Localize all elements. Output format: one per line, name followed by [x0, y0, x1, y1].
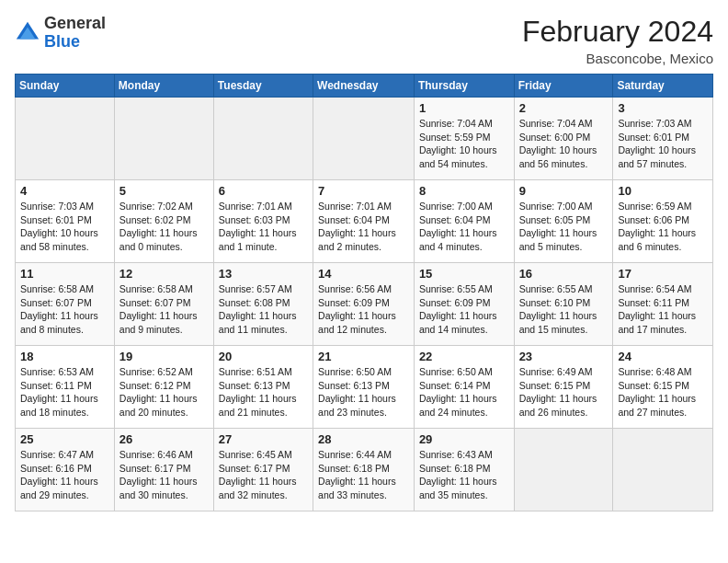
calendar-cell: 20Sunrise: 6:51 AM Sunset: 6:13 PM Dayli…: [213, 346, 313, 429]
day-info: Sunrise: 6:57 AM Sunset: 6:08 PM Dayligh…: [219, 282, 308, 337]
day-number: 10: [618, 184, 708, 198]
day-number: 6: [219, 184, 308, 198]
calendar-cell: 29Sunrise: 6:43 AM Sunset: 6:18 PM Dayli…: [414, 429, 514, 511]
day-info: Sunrise: 7:02 AM Sunset: 6:02 PM Dayligh…: [119, 200, 209, 254]
day-number: 27: [219, 432, 308, 446]
calendar-cell: 27Sunrise: 6:45 AM Sunset: 6:17 PM Dayli…: [213, 429, 313, 511]
weekday-header-saturday: Saturday: [613, 75, 713, 98]
calendar-cell: [213, 98, 313, 180]
day-info: Sunrise: 7:04 AM Sunset: 6:00 PM Dayligh…: [519, 117, 609, 171]
day-number: 9: [519, 184, 609, 198]
page-header: General Blue February 2024 Basconcobe, M…: [15, 15, 713, 66]
calendar-cell: 10Sunrise: 6:59 AM Sunset: 6:06 PM Dayli…: [613, 180, 713, 263]
calendar-cell: 8Sunrise: 7:00 AM Sunset: 6:04 PM Daylig…: [414, 180, 514, 263]
day-number: 20: [219, 350, 308, 363]
day-info: Sunrise: 6:48 AM Sunset: 6:15 PM Dayligh…: [618, 365, 708, 419]
calendar-title: February 2024: [522, 15, 713, 49]
day-info: Sunrise: 6:52 AM Sunset: 6:12 PM Dayligh…: [119, 365, 209, 419]
calendar-week-row: 25Sunrise: 6:47 AM Sunset: 6:16 PM Dayli…: [16, 429, 713, 511]
day-number: 24: [618, 350, 708, 363]
calendar-cell: [16, 98, 115, 180]
day-number: 18: [20, 350, 109, 363]
calendar-cell: 22Sunrise: 6:50 AM Sunset: 6:14 PM Dayli…: [414, 346, 514, 429]
day-info: Sunrise: 6:43 AM Sunset: 6:18 PM Dayligh…: [419, 448, 509, 502]
calendar-cell: 24Sunrise: 6:48 AM Sunset: 6:15 PM Dayli…: [613, 346, 713, 429]
logo-blue-text: Blue: [44, 32, 80, 51]
day-info: Sunrise: 6:54 AM Sunset: 6:11 PM Dayligh…: [618, 282, 708, 337]
day-number: 16: [519, 267, 609, 281]
calendar-week-row: 4Sunrise: 7:03 AM Sunset: 6:01 PM Daylig…: [16, 180, 713, 263]
day-number: 5: [119, 184, 209, 198]
calendar-cell: 2Sunrise: 7:04 AM Sunset: 6:00 PM Daylig…: [514, 98, 613, 180]
calendar-cell: 9Sunrise: 7:00 AM Sunset: 6:05 PM Daylig…: [514, 180, 613, 263]
calendar-cell: 19Sunrise: 6:52 AM Sunset: 6:12 PM Dayli…: [114, 346, 213, 429]
weekday-header-sunday: Sunday: [16, 75, 115, 98]
day-info: Sunrise: 6:55 AM Sunset: 6:10 PM Dayligh…: [519, 282, 609, 337]
day-number: 1: [419, 101, 509, 115]
weekday-header-friday: Friday: [514, 75, 613, 98]
day-number: 15: [419, 267, 509, 281]
calendar-cell: [313, 98, 415, 180]
day-info: Sunrise: 7:01 AM Sunset: 6:03 PM Dayligh…: [219, 200, 308, 254]
day-number: 14: [318, 267, 409, 281]
calendar-week-row: 11Sunrise: 6:58 AM Sunset: 6:07 PM Dayli…: [16, 263, 713, 346]
day-info: Sunrise: 6:55 AM Sunset: 6:09 PM Dayligh…: [419, 282, 509, 337]
calendar-cell: 3Sunrise: 7:03 AM Sunset: 6:01 PM Daylig…: [613, 98, 713, 180]
day-number: 3: [618, 101, 708, 115]
day-info: Sunrise: 6:50 AM Sunset: 6:13 PM Dayligh…: [318, 365, 409, 419]
weekday-header-row: SundayMondayTuesdayWednesdayThursdayFrid…: [16, 75, 713, 98]
logo-general-text: General: [44, 14, 106, 32]
calendar-cell: 7Sunrise: 7:01 AM Sunset: 6:04 PM Daylig…: [313, 180, 415, 263]
calendar-cell: 4Sunrise: 7:03 AM Sunset: 6:01 PM Daylig…: [16, 180, 115, 263]
day-info: Sunrise: 6:47 AM Sunset: 6:16 PM Dayligh…: [20, 448, 109, 502]
day-number: 12: [119, 267, 209, 281]
day-info: Sunrise: 6:59 AM Sunset: 6:06 PM Dayligh…: [618, 200, 708, 254]
day-number: 11: [20, 267, 109, 281]
day-info: Sunrise: 6:50 AM Sunset: 6:14 PM Dayligh…: [419, 365, 509, 419]
day-info: Sunrise: 7:04 AM Sunset: 5:59 PM Dayligh…: [419, 117, 509, 171]
title-block: February 2024 Basconcobe, Mexico: [522, 15, 713, 66]
day-info: Sunrise: 6:46 AM Sunset: 6:17 PM Dayligh…: [119, 448, 209, 502]
day-info: Sunrise: 6:53 AM Sunset: 6:11 PM Dayligh…: [20, 365, 109, 419]
calendar-cell: 17Sunrise: 6:54 AM Sunset: 6:11 PM Dayli…: [613, 263, 713, 346]
calendar-cell: 26Sunrise: 6:46 AM Sunset: 6:17 PM Dayli…: [114, 429, 213, 511]
day-info: Sunrise: 7:03 AM Sunset: 6:01 PM Dayligh…: [20, 200, 109, 254]
weekday-header-wednesday: Wednesday: [313, 75, 415, 98]
calendar-week-row: 1Sunrise: 7:04 AM Sunset: 5:59 PM Daylig…: [16, 98, 713, 180]
weekday-header-tuesday: Tuesday: [213, 75, 313, 98]
calendar-cell: [114, 98, 213, 180]
day-info: Sunrise: 6:45 AM Sunset: 6:17 PM Dayligh…: [219, 448, 308, 502]
logo-icon: [15, 20, 40, 46]
day-info: Sunrise: 7:00 AM Sunset: 6:05 PM Dayligh…: [519, 200, 609, 254]
calendar-cell: 11Sunrise: 6:58 AM Sunset: 6:07 PM Dayli…: [16, 263, 115, 346]
calendar-cell: [514, 429, 613, 511]
day-number: 23: [519, 350, 609, 363]
weekday-header-thursday: Thursday: [414, 75, 514, 98]
calendar-cell: 6Sunrise: 7:01 AM Sunset: 6:03 PM Daylig…: [213, 180, 313, 263]
day-number: 13: [219, 267, 308, 281]
calendar-cell: 21Sunrise: 6:50 AM Sunset: 6:13 PM Dayli…: [313, 346, 415, 429]
day-number: 17: [618, 267, 708, 281]
day-info: Sunrise: 6:58 AM Sunset: 6:07 PM Dayligh…: [20, 282, 109, 337]
day-number: 7: [318, 184, 409, 198]
day-number: 29: [419, 432, 509, 446]
calendar-cell: 18Sunrise: 6:53 AM Sunset: 6:11 PM Dayli…: [16, 346, 115, 429]
day-number: 26: [119, 432, 209, 446]
logo: General Blue: [15, 15, 106, 52]
calendar-cell: 12Sunrise: 6:58 AM Sunset: 6:07 PM Dayli…: [114, 263, 213, 346]
weekday-header-monday: Monday: [114, 75, 213, 98]
calendar-cell: 5Sunrise: 7:02 AM Sunset: 6:02 PM Daylig…: [114, 180, 213, 263]
calendar-cell: 1Sunrise: 7:04 AM Sunset: 5:59 PM Daylig…: [414, 98, 514, 180]
day-number: 4: [20, 184, 109, 198]
day-info: Sunrise: 7:01 AM Sunset: 6:04 PM Dayligh…: [318, 200, 409, 254]
day-number: 8: [419, 184, 509, 198]
day-number: 28: [318, 432, 409, 446]
day-info: Sunrise: 6:44 AM Sunset: 6:18 PM Dayligh…: [318, 448, 409, 502]
calendar-cell: 13Sunrise: 6:57 AM Sunset: 6:08 PM Dayli…: [213, 263, 313, 346]
calendar-cell: 28Sunrise: 6:44 AM Sunset: 6:18 PM Dayli…: [313, 429, 415, 511]
day-number: 21: [318, 350, 409, 363]
calendar-cell: 14Sunrise: 6:56 AM Sunset: 6:09 PM Dayli…: [313, 263, 415, 346]
day-info: Sunrise: 6:51 AM Sunset: 6:13 PM Dayligh…: [219, 365, 308, 419]
calendar-cell: 15Sunrise: 6:55 AM Sunset: 6:09 PM Dayli…: [414, 263, 514, 346]
calendar-week-row: 18Sunrise: 6:53 AM Sunset: 6:11 PM Dayli…: [16, 346, 713, 429]
